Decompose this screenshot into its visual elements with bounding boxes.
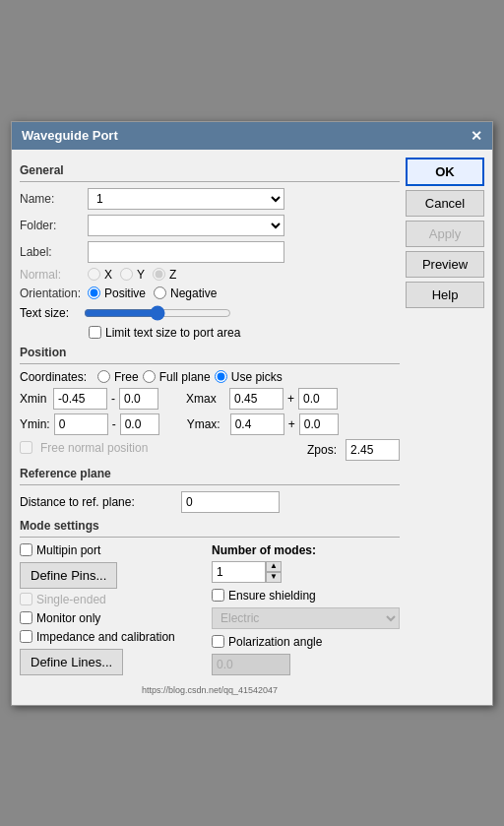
orientation-row: Orientation: Positive Negative bbox=[20, 286, 400, 300]
normal-x-option[interactable]: X bbox=[88, 268, 112, 282]
orientation-negative-radio[interactable] bbox=[154, 286, 166, 299]
single-ended-label: Single-ended bbox=[36, 593, 106, 606]
ok-button[interactable]: OK bbox=[406, 158, 484, 186]
ymax-input[interactable] bbox=[230, 413, 284, 435]
coord-usepicks-option[interactable]: Use picks bbox=[215, 370, 283, 384]
text-size-row: Text size: bbox=[20, 305, 400, 321]
mode-left-column: Multipin port Define Pins... Single-ende… bbox=[20, 543, 208, 679]
free-normal-container: Free normal position bbox=[20, 441, 148, 455]
normal-radio-group: X Y Z bbox=[88, 268, 176, 282]
general-label: General bbox=[20, 163, 400, 177]
single-ended-row: Single-ended bbox=[20, 593, 208, 606]
watermark: https://blog.csdn.net/qq_41542047 bbox=[20, 683, 400, 697]
xmin-offset-input[interactable] bbox=[119, 388, 158, 410]
spinner-up-button[interactable]: ▲ bbox=[266, 561, 282, 572]
mode-right-column: Number of modes: ▲ ▼ Ensure shielding bbox=[212, 543, 400, 679]
dialog-body: General Name: 1 Folder: bbox=[12, 150, 492, 705]
dialog-title: Waveguide Port bbox=[22, 128, 118, 143]
define-lines-row: Define Lines... bbox=[20, 649, 208, 675]
normal-z-radio[interactable] bbox=[153, 268, 165, 281]
ymin-input[interactable] bbox=[54, 413, 108, 435]
multipin-label: Multipin port bbox=[36, 543, 100, 557]
zpos-label: Zpos: bbox=[307, 443, 342, 457]
spinner-down-button[interactable]: ▼ bbox=[266, 572, 282, 583]
ymin-offset-input[interactable] bbox=[120, 413, 159, 435]
define-lines-button[interactable]: Define Lines... bbox=[20, 649, 123, 675]
coord-usepicks-radio[interactable] bbox=[215, 370, 227, 383]
name-label: Name: bbox=[20, 192, 84, 206]
impedance-label: Impedance and calibration bbox=[36, 630, 175, 644]
mode-settings-label: Mode settings bbox=[20, 519, 400, 533]
ymin-label: Ymin: bbox=[20, 417, 50, 431]
monitor-only-checkbox[interactable] bbox=[20, 611, 32, 624]
name-select[interactable]: 1 bbox=[88, 188, 284, 210]
distance-input[interactable] bbox=[181, 491, 280, 513]
label-label: Label: bbox=[20, 245, 84, 259]
help-button[interactable]: Help bbox=[406, 282, 484, 308]
coordinates-label: Coordinates: bbox=[20, 370, 94, 384]
folder-select[interactable] bbox=[88, 215, 284, 236]
num-modes-label: Number of modes: bbox=[212, 543, 400, 557]
waveguide-port-dialog: Waveguide Port ✕ General Name: 1 Folder: bbox=[11, 121, 493, 706]
close-icon[interactable]: ✕ bbox=[471, 128, 482, 144]
polarization-input[interactable] bbox=[212, 654, 290, 675]
xmax-input[interactable] bbox=[229, 388, 284, 410]
monitor-only-row: Monitor only bbox=[20, 611, 208, 625]
normal-z-option[interactable]: Z bbox=[153, 268, 176, 282]
limit-text-row: Limit text size to port area bbox=[89, 326, 400, 340]
xmin-input[interactable] bbox=[53, 388, 107, 410]
num-modes-input[interactable] bbox=[212, 561, 266, 583]
limit-text-checkbox[interactable] bbox=[89, 326, 101, 339]
title-bar: Waveguide Port ✕ bbox=[12, 122, 492, 150]
cancel-button[interactable]: Cancel bbox=[406, 190, 484, 217]
ymax-plus: + bbox=[288, 417, 295, 431]
electric-select[interactable]: Electric bbox=[212, 607, 400, 629]
mode-grid: Multipin port Define Pins... Single-ende… bbox=[20, 543, 400, 679]
single-ended-checkbox[interactable] bbox=[20, 593, 32, 605]
apply-button[interactable]: Apply bbox=[406, 221, 484, 247]
preview-button[interactable]: Preview bbox=[406, 251, 484, 278]
limit-text-label: Limit text size to port area bbox=[105, 326, 240, 340]
xmax-plus: + bbox=[287, 392, 294, 406]
orientation-negative-option[interactable]: Negative bbox=[154, 286, 217, 300]
xmin-dash: - bbox=[111, 392, 115, 406]
folder-row: Folder: bbox=[20, 215, 400, 236]
ensure-shielding-row: Ensure shielding bbox=[212, 589, 400, 603]
multipin-row: Multipin port bbox=[20, 543, 208, 557]
coord-fullplane-radio[interactable] bbox=[143, 370, 156, 383]
coord-free-option[interactable]: Free bbox=[97, 370, 139, 384]
main-content: General Name: 1 Folder: bbox=[20, 158, 400, 697]
position-label: Position bbox=[20, 346, 400, 359]
multipin-checkbox[interactable] bbox=[20, 543, 32, 556]
define-pins-button[interactable]: Define Pins... bbox=[20, 562, 117, 589]
orientation-positive-option[interactable]: Positive bbox=[88, 286, 146, 300]
reference-plane-section: Reference plane Distance to ref. plane: bbox=[20, 467, 400, 513]
coord-free-radio[interactable] bbox=[97, 370, 110, 383]
ymax-label: Ymax: bbox=[187, 417, 226, 431]
orientation-label: Orientation: bbox=[20, 286, 84, 300]
ymax-offset-input[interactable] bbox=[299, 413, 339, 435]
electric-select-row: Electric bbox=[212, 607, 400, 629]
text-size-slider[interactable] bbox=[84, 305, 231, 321]
normal-y-option[interactable]: Y bbox=[120, 268, 145, 282]
ensure-shielding-checkbox[interactable] bbox=[212, 589, 224, 602]
zpos-input[interactable] bbox=[346, 439, 400, 461]
num-modes-spinner: ▲ ▼ bbox=[212, 561, 400, 583]
xmin-row: Xmin - Xmax + bbox=[20, 388, 400, 410]
free-normal-checkbox[interactable] bbox=[20, 441, 32, 454]
button-column: OK Cancel Apply Preview Help bbox=[406, 158, 484, 697]
normal-x-radio[interactable] bbox=[88, 268, 100, 281]
normal-y-radio[interactable] bbox=[120, 268, 133, 281]
coord-fullplane-option[interactable]: Full plane bbox=[143, 370, 211, 384]
name-row: Name: 1 bbox=[20, 188, 400, 210]
xmax-offset-input[interactable] bbox=[298, 388, 338, 410]
distance-label: Distance to ref. plane: bbox=[20, 495, 177, 509]
polarization-value-row bbox=[212, 654, 400, 675]
normal-label: Normal: bbox=[20, 268, 84, 282]
label-input[interactable] bbox=[88, 241, 284, 263]
orientation-positive-radio[interactable] bbox=[88, 286, 100, 299]
reference-plane-label: Reference plane bbox=[20, 467, 400, 480]
impedance-checkbox[interactable] bbox=[20, 630, 32, 643]
general-section: General Name: 1 Folder: bbox=[20, 163, 400, 340]
polarization-checkbox[interactable] bbox=[212, 635, 224, 648]
